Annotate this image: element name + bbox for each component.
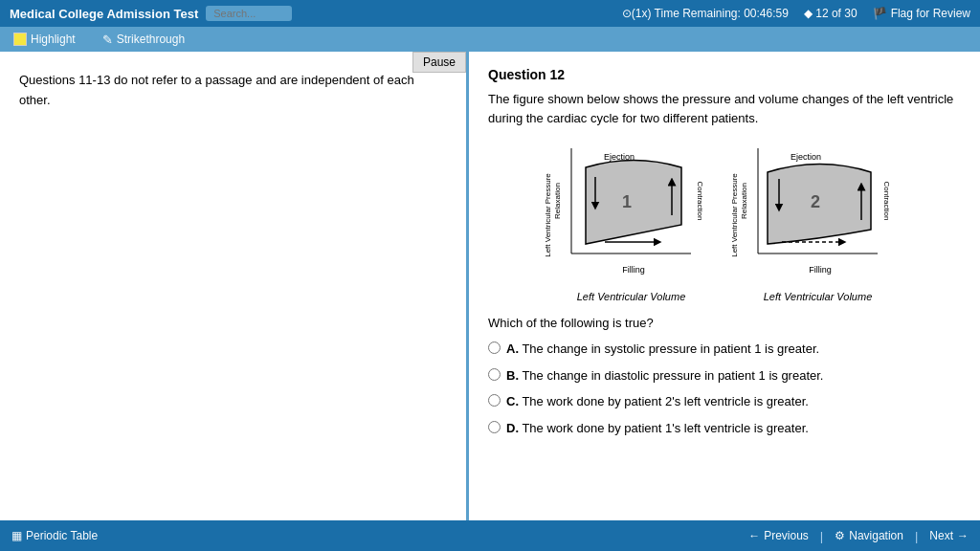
option-b-content: The change in diastolic pressure in pati… bbox=[522, 368, 823, 383]
letter-a: A. bbox=[506, 342, 519, 356]
strikethrough-label: Strikethrough bbox=[117, 33, 185, 46]
diagrams-container: Left Ventricular Pressure Ejection Contr… bbox=[488, 139, 961, 302]
option-d[interactable]: D. The work done by patient 1's left ven… bbox=[488, 419, 961, 438]
diagram1-label: Left Ventricular Volume bbox=[577, 291, 686, 302]
radio-d[interactable] bbox=[488, 421, 501, 433]
option-b[interactable]: B. The change in diastolic pressure in p… bbox=[488, 366, 961, 386]
answer-options: A. The change in systolic pressure in pa… bbox=[488, 340, 961, 437]
svg-text:Left Ventricular Pressure: Left Ventricular Pressure bbox=[544, 173, 552, 257]
navigation-button[interactable]: ⚙ Navigation bbox=[835, 529, 903, 542]
option-c-content: The work done by patient 2's left ventri… bbox=[522, 394, 808, 408]
next-label: Next bbox=[929, 529, 953, 542]
chart-icon: ▦ bbox=[11, 529, 22, 542]
radio-b[interactable] bbox=[488, 368, 501, 381]
right-panel: Question 12 The figure shown below shows… bbox=[469, 52, 980, 520]
option-a-text: A. The change in systolic pressure in pa… bbox=[506, 340, 819, 359]
flag-review-button[interactable]: 🏴 Flag for Review bbox=[873, 7, 970, 20]
strikethrough-icon: ✎ bbox=[102, 33, 113, 47]
question-count-display: ◆ 12 of 30 bbox=[804, 7, 858, 20]
diagram1-wrapper: Left Ventricular Pressure Ejection Contr… bbox=[543, 139, 720, 302]
navigation-label: Navigation bbox=[849, 529, 903, 542]
svg-text:1: 1 bbox=[622, 192, 632, 211]
main-content: Pause Questions 11-13 do not refer to a … bbox=[0, 52, 980, 520]
left-panel: Pause Questions 11-13 do not refer to a … bbox=[0, 52, 469, 520]
option-d-text: D. The work done by patient 1's left ven… bbox=[506, 419, 809, 438]
svg-text:Relaxation: Relaxation bbox=[553, 183, 562, 219]
header: Medical College Admission Test ⊙(1x) Tim… bbox=[0, 0, 980, 27]
diagram1-svg: Left Ventricular Pressure Ejection Contr… bbox=[543, 139, 720, 287]
header-right: ⊙(1x) Time Remaining: 00:46:59 ◆ 12 of 3… bbox=[622, 7, 970, 20]
flag-icon: 🏴 bbox=[873, 7, 887, 20]
gear-icon: ⚙ bbox=[835, 529, 845, 542]
option-a[interactable]: A. The change in systolic pressure in pa… bbox=[488, 340, 961, 359]
nav-buttons: ← Previous | ⚙ Navigation | Next → bbox=[748, 529, 969, 543]
svg-text:2: 2 bbox=[811, 192, 820, 211]
bottom-bar: ▦ Periodic Table ← Previous | ⚙ Navigati… bbox=[0, 520, 980, 551]
strikethrough-button[interactable]: ✎ Strikethrough bbox=[99, 31, 189, 49]
option-a-content: The change in systolic pressure in patie… bbox=[522, 342, 819, 356]
option-d-content: The work done by patient 1's left ventri… bbox=[522, 421, 808, 435]
svg-text:Left Ventricular Pressure: Left Ventricular Pressure bbox=[730, 173, 739, 257]
periodic-table-button[interactable]: ▦ Periodic Table bbox=[11, 529, 98, 542]
app-title: Medical College Admission Test bbox=[10, 7, 198, 21]
flag-label: Flag for Review bbox=[891, 7, 970, 20]
option-b-text: B. The change in diastolic pressure in p… bbox=[506, 366, 823, 386]
timer-display: ⊙(1x) Time Remaining: 00:46:59 bbox=[622, 7, 789, 20]
svg-text:Filling: Filling bbox=[809, 265, 832, 275]
question-title: Question 12 bbox=[488, 67, 961, 82]
highlight-button[interactable]: Highlight bbox=[10, 31, 79, 48]
letter-c: C. bbox=[506, 394, 519, 408]
radio-a[interactable] bbox=[488, 342, 501, 354]
next-arrow-icon: → bbox=[957, 529, 969, 542]
svg-text:Filling: Filling bbox=[622, 265, 645, 275]
toolbar: Highlight ✎ Strikethrough bbox=[0, 27, 980, 52]
svg-text:Contraction: Contraction bbox=[882, 182, 891, 221]
pause-button[interactable]: Pause bbox=[412, 52, 466, 73]
option-c[interactable]: C. The work done by patient 2's left ven… bbox=[488, 392, 961, 411]
diagram2-svg: Left Ventricular Pressure Ejection Contr… bbox=[729, 139, 906, 287]
svg-text:Relaxation: Relaxation bbox=[740, 183, 748, 219]
previous-button[interactable]: ← Previous bbox=[748, 529, 809, 542]
highlight-label: Highlight bbox=[31, 33, 76, 46]
next-button[interactable]: Next → bbox=[929, 529, 969, 542]
diagram2-wrapper: Left Ventricular Pressure Ejection Contr… bbox=[729, 139, 906, 302]
passage-info: Questions 11-13 do not refer to a passag… bbox=[19, 71, 447, 111]
option-c-text: C. The work done by patient 2's left ven… bbox=[506, 392, 809, 411]
periodic-table-label: Periodic Table bbox=[26, 529, 98, 542]
letter-d: D. bbox=[506, 421, 519, 435]
prev-arrow-icon: ← bbox=[748, 529, 760, 542]
question-text: The figure shown below shows the pressur… bbox=[488, 90, 961, 127]
svg-text:Ejection: Ejection bbox=[791, 152, 821, 162]
prompt-text: Which of the following is true? bbox=[488, 316, 961, 330]
search-input[interactable] bbox=[206, 6, 292, 21]
letter-b: B. bbox=[506, 368, 519, 383]
diagram2-label: Left Ventricular Volume bbox=[764, 291, 873, 302]
previous-label: Previous bbox=[764, 529, 809, 542]
radio-c[interactable] bbox=[488, 394, 501, 407]
highlight-swatch bbox=[13, 33, 27, 46]
nav-divider: | bbox=[820, 529, 823, 543]
question-count: 12 of 30 bbox=[815, 7, 857, 20]
svg-text:Contraction: Contraction bbox=[696, 182, 704, 221]
diamond-icon: ◆ bbox=[804, 7, 813, 20]
nav-divider2: | bbox=[915, 529, 918, 543]
header-left: Medical College Admission Test bbox=[10, 6, 292, 21]
